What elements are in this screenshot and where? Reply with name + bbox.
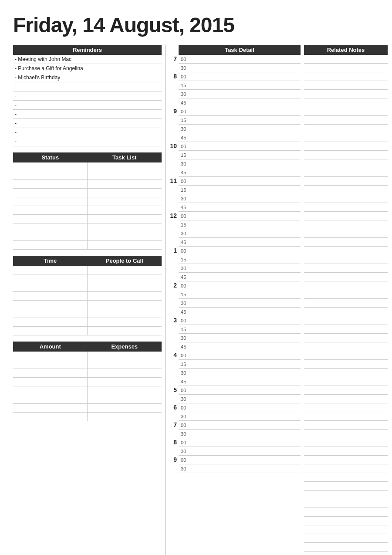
time-slot-content[interactable] [189,134,301,141]
note-row[interactable] [304,151,388,159]
time-slot-content[interactable] [189,265,301,272]
note-row[interactable] [304,334,388,342]
call-time-cell[interactable] [13,327,88,335]
note-row[interactable] [304,447,388,456]
note-row[interactable] [304,81,388,90]
note-row[interactable] [304,412,388,421]
time-slot-content[interactable] [189,300,301,307]
person-cell[interactable] [88,292,162,300]
status-cell[interactable] [13,215,88,223]
note-row[interactable] [304,247,388,255]
note-row[interactable] [304,116,388,125]
expense-cell[interactable] [88,413,162,421]
time-slot-content[interactable] [189,256,301,263]
time-slot-content[interactable] [189,186,301,193]
time-slot-content[interactable] [189,317,301,324]
time-slot-content[interactable] [189,457,301,464]
status-cell[interactable] [13,189,88,197]
note-row[interactable] [304,552,388,555]
time-slot-content[interactable] [189,152,301,159]
time-slot-content[interactable] [189,378,301,385]
expense-cell[interactable] [88,386,162,395]
note-row[interactable] [304,491,388,499]
time-slot-content[interactable] [189,239,301,246]
expense-cell[interactable] [88,404,162,412]
time-slot-content[interactable] [189,430,301,437]
note-row[interactable] [304,342,388,351]
task-cell[interactable] [88,215,162,223]
note-row[interactable] [304,534,388,543]
amount-cell[interactable] [13,360,88,369]
person-cell[interactable] [88,318,162,326]
person-cell[interactable] [88,301,162,309]
note-row[interactable] [304,543,388,552]
note-row[interactable] [304,290,388,299]
note-row[interactable] [304,386,388,395]
note-row[interactable] [304,508,388,517]
time-slot-content[interactable] [189,369,301,376]
person-cell[interactable] [88,327,162,335]
note-row[interactable] [304,360,388,369]
note-row[interactable] [304,72,388,81]
time-slot-content[interactable] [189,230,301,237]
time-slot-content[interactable] [189,352,301,359]
note-row[interactable] [304,177,388,186]
note-row[interactable] [304,194,388,203]
note-row[interactable] [304,273,388,281]
task-cell[interactable] [88,206,162,214]
time-slot-content[interactable] [189,448,301,455]
amount-cell[interactable] [13,395,88,403]
call-time-cell[interactable] [13,309,88,318]
time-slot-content[interactable] [189,204,301,211]
note-row[interactable] [304,255,388,264]
note-row[interactable] [304,212,388,220]
call-time-cell[interactable] [13,301,88,309]
time-slot-content[interactable] [189,361,301,368]
call-time-cell[interactable] [13,266,88,274]
note-row[interactable] [304,325,388,334]
time-slot-content[interactable] [189,108,301,115]
note-row[interactable] [304,133,388,142]
time-slot-content[interactable] [189,413,301,420]
time-slot-content[interactable] [189,282,301,289]
time-slot-content[interactable] [189,91,301,98]
amount-cell[interactable] [13,352,88,360]
task-cell[interactable] [88,197,162,206]
status-cell[interactable] [13,241,88,249]
note-row[interactable] [304,168,388,177]
note-row[interactable] [304,430,388,438]
time-slot-content[interactable] [189,343,301,350]
note-row[interactable] [304,517,388,525]
status-cell[interactable] [13,162,88,171]
time-slot-content[interactable] [189,56,301,63]
time-slot-content[interactable] [189,169,301,176]
time-slot-content[interactable] [189,387,301,394]
call-time-cell[interactable] [13,283,88,291]
status-cell[interactable] [13,180,88,188]
task-cell[interactable] [88,232,162,240]
note-row[interactable] [304,98,388,107]
note-row[interactable] [304,464,388,473]
call-time-cell[interactable] [13,318,88,326]
note-row[interactable] [304,203,388,212]
note-row[interactable] [304,281,388,290]
task-cell[interactable] [88,171,162,179]
time-slot-content[interactable] [189,291,301,298]
time-slot-content[interactable] [189,422,301,429]
amount-cell[interactable] [13,386,88,395]
amount-cell[interactable] [13,369,88,377]
status-cell[interactable] [13,223,88,232]
status-cell[interactable] [13,171,88,179]
status-cell[interactable] [13,197,88,206]
call-time-cell[interactable] [13,292,88,300]
task-cell[interactable] [88,162,162,171]
note-row[interactable] [304,107,388,116]
person-cell[interactable] [88,283,162,291]
time-slot-content[interactable] [189,247,301,254]
expense-cell[interactable] [88,369,162,377]
time-slot-content[interactable] [189,274,301,281]
note-row[interactable] [304,64,388,72]
expense-cell[interactable] [88,352,162,360]
task-cell[interactable] [88,241,162,249]
time-slot-content[interactable] [189,160,301,167]
